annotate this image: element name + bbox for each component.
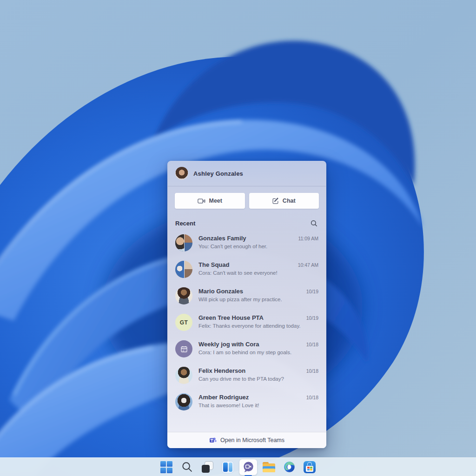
search-button[interactable] [310,219,318,228]
action-buttons: Meet Chat [175,193,319,209]
conversation-row-weekly-jog-with-cora[interactable]: Weekly jog with Cora 10/18 Cora: I am so… [167,336,326,362]
conversation-name: The Squad [198,261,294,268]
meet-button[interactable]: Meet [175,193,245,209]
conversation-time: 11:09 AM [298,236,318,241]
conversation-name: Amber Rodriguez [198,394,303,401]
chat-button-label: Chat [283,198,296,204]
edge-button[interactable] [280,459,298,475]
conversation-row-felix-henderson[interactable]: Felix Henderson 10/18 Can you drive me t… [167,362,326,389]
file-explorer-button[interactable] [260,459,278,475]
microsoft-store-icon [304,461,316,473]
taskbar [0,457,476,476]
microsoft-store-button[interactable] [301,459,318,475]
group-avatar [175,234,192,251]
windows-start-icon [160,461,172,473]
recent-conversation-list: Gonzales Family 11:09 AM You: Can't get … [167,230,326,415]
file-explorer-icon [263,462,275,472]
video-camera-icon [198,198,205,204]
conversation-preview: Cora: Can't wait to see everyone! [198,270,318,276]
start-button[interactable] [158,459,175,475]
teams-chat-flyout: Ashley Gonzales Meet [167,161,326,448]
conversation-time: 10/18 [306,368,318,374]
compose-icon [272,198,279,204]
recent-header: Recent [175,219,318,228]
conversation-row-green-tree-house-pta[interactable]: GT Green Tree House PTA 10/19 Felix: Tha… [167,309,326,336]
conversation-time: 10/19 [306,289,318,294]
conversation-name: Felix Henderson [198,367,303,374]
conversation-name: Green Tree House PTA [198,314,303,321]
conversation-time: 10:47 AM [298,262,318,268]
task-view-button[interactable] [198,459,216,475]
conversation-preview: You: Can't get enough of her. [198,244,318,249]
calendar-icon [180,345,188,353]
conversation-preview: Felix: Thanks everyone for attending tod… [198,323,318,329]
widgets-icon [222,461,234,473]
conversation-time: 10/18 [306,342,318,347]
recent-label: Recent [175,220,195,227]
conversation-name: Weekly jog with Cora [198,341,303,348]
conversation-preview: Can you drive me to the PTA today? [198,376,318,382]
contact-avatar [175,367,192,384]
conversation-name: Gonzales Family [198,235,294,242]
search-taskbar-button[interactable] [178,459,196,475]
teams-chat-icon [242,461,255,473]
initials-avatar: GT [175,314,192,331]
widgets-button[interactable] [219,459,237,475]
conversation-name: Mario Gonzales [198,288,303,295]
search-icon [181,461,193,473]
conversation-row-mario-gonzales[interactable]: Mario Gonzales 10/19 Will pick up pizza … [167,283,326,309]
conversation-row-the-squad[interactable]: The Squad 10:47 AM Cora: Can't wait to s… [167,256,326,283]
contact-avatar [175,287,192,304]
task-view-icon [201,461,213,473]
user-name: Ashley Gonzales [193,170,243,177]
flyout-header: Ashley Gonzales [167,161,326,186]
user-avatar[interactable] [175,167,188,180]
calendar-avatar [175,340,192,357]
open-in-teams-button[interactable]: Open in Microsoft Teams [167,432,326,448]
conversation-preview: Cora: I am so behind on my step goals. [198,350,318,355]
conversation-time: 10/19 [306,315,318,321]
group-avatar [175,261,192,278]
conversation-preview: Will pick up pizza after my practice. [198,297,318,302]
teams-logo-icon [209,436,217,444]
header-divider [168,186,326,186]
chat-button[interactable]: Chat [249,193,319,209]
conversation-row-amber-rodriguez[interactable]: Amber Rodriguez 10/18 That is awesome! L… [167,389,326,415]
conversation-preview: That is awesome! Love it! [198,403,318,408]
contact-avatar [175,393,192,410]
search-icon [311,220,317,227]
open-in-teams-label: Open in Microsoft Teams [220,437,284,443]
conversation-row-gonzales-family[interactable]: Gonzales Family 11:09 AM You: Can't get … [167,230,326,256]
conversation-time: 10/18 [306,395,318,400]
teams-chat-taskbar-button[interactable] [239,459,257,475]
desktop: Ashley Gonzales Meet [0,0,476,476]
edge-icon [283,461,296,473]
meet-button-label: Meet [209,198,222,204]
